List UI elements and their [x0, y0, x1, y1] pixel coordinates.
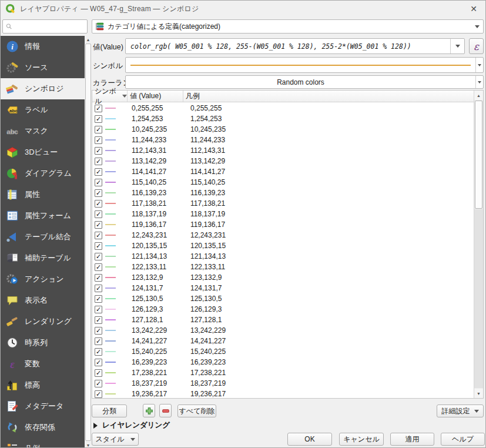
sidebar-item-legend[interactable]: 凡例	[1, 438, 85, 448]
renderer-select[interactable]: カテゴリ値による定義(categorized)	[92, 19, 484, 34]
ramp-dropdown-arrow[interactable]	[475, 76, 483, 88]
header-symbol[interactable]: シンボル	[92, 91, 128, 102]
layer-rendering-section[interactable]: レイヤレンダリング	[93, 420, 170, 430]
category-row[interactable]: ✓119,136,17119,136,17	[92, 219, 474, 230]
category-legend[interactable]: 113,142,29	[183, 157, 474, 165]
category-legend[interactable]: 13,242,229	[183, 326, 474, 335]
category-legend[interactable]: 114,141,27	[183, 168, 474, 176]
category-checkbox[interactable]: ✓	[95, 306, 102, 313]
category-legend[interactable]: 10,245,235	[183, 125, 474, 133]
category-row[interactable]: ✓118,137,19118,137,19	[92, 209, 474, 219]
sidebar-item-temporal[interactable]: 時系列	[1, 332, 85, 353]
ok-button[interactable]: OK	[287, 433, 332, 446]
sidebar-item-diagrams[interactable]: ダイアグラム	[1, 163, 85, 184]
category-legend[interactable]: 112,143,31	[183, 146, 474, 155]
category-row[interactable]: ✓123,132,9123,132,9	[92, 272, 474, 283]
category-line-symbol[interactable]	[105, 182, 116, 183]
category-checkbox[interactable]: ✓	[95, 179, 102, 186]
category-row[interactable]: ✓13,242,22913,242,229	[92, 325, 474, 336]
apply-button[interactable]: 適用	[390, 433, 434, 446]
category-line-symbol[interactable]	[105, 118, 116, 119]
category-checkbox[interactable]: ✓	[95, 168, 102, 176]
color-ramp-select[interactable]: Random colors	[125, 75, 484, 89]
sidebar-item-view3d[interactable]: 3Dビュー	[1, 142, 85, 163]
category-checkbox[interactable]: ✓	[95, 263, 102, 271]
category-row[interactable]: ✓113,142,29113,142,29	[92, 156, 474, 166]
category-line-symbol[interactable]	[105, 139, 116, 141]
category-line-symbol[interactable]	[105, 362, 116, 363]
renderer-dropdown-arrow[interactable]	[471, 20, 483, 33]
category-checkbox[interactable]: ✓	[95, 253, 102, 260]
category-checkbox[interactable]: ✓	[95, 380, 102, 387]
sidebar-scroll-thumb[interactable]	[85, 44, 91, 441]
category-checkbox[interactable]: ✓	[95, 274, 102, 282]
category-line-symbol[interactable]	[105, 129, 116, 130]
category-legend[interactable]: 1,254,253	[183, 115, 474, 123]
category-line-symbol[interactable]	[105, 235, 116, 236]
category-legend[interactable]: 18,237,219	[183, 379, 474, 387]
table-scroll-down-icon[interactable]: ▼	[474, 389, 483, 398]
category-checkbox[interactable]: ✓	[95, 285, 102, 292]
category-row[interactable]: ✓1,254,2531,254,253	[92, 113, 474, 124]
category-legend[interactable]: 115,140,25	[183, 178, 474, 186]
category-line-symbol[interactable]	[105, 224, 116, 225]
category-checkbox[interactable]: ✓	[95, 316, 102, 324]
category-line-symbol[interactable]	[105, 372, 116, 373]
category-line-symbol[interactable]	[105, 383, 116, 384]
category-row[interactable]: ✓121,134,13121,134,13	[92, 251, 474, 262]
category-row[interactable]: ✓126,129,3126,129,3	[92, 304, 474, 315]
delete-all-button[interactable]: すべて削除	[177, 404, 216, 417]
search-box[interactable]	[2, 19, 88, 34]
sidebar-item-variables[interactable]: ε変数	[1, 353, 85, 375]
category-row[interactable]: ✓115,140,25115,140,25	[92, 177, 474, 188]
add-category-button[interactable]	[143, 404, 155, 417]
category-legend[interactable]: 122,133,11	[183, 263, 474, 271]
category-row[interactable]: ✓122,133,11122,133,11	[92, 262, 474, 272]
category-line-symbol[interactable]	[105, 192, 116, 193]
category-checkbox[interactable]: ✓	[95, 147, 102, 155]
category-row[interactable]: ✓16,239,22316,239,223	[92, 357, 474, 367]
sidebar-item-display[interactable]: 表示名	[1, 290, 85, 311]
sidebar-item-info[interactable]: i情報	[1, 36, 85, 57]
category-legend[interactable]: 121,134,13	[183, 252, 474, 260]
category-line-symbol[interactable]	[105, 203, 116, 204]
header-value[interactable]: 値 (Value)	[128, 91, 183, 102]
sidebar-item-attr-form[interactable]: 属性フォーム	[1, 205, 85, 226]
sidebar-item-rendering[interactable]: レンダリング	[1, 311, 85, 332]
cancel-button[interactable]: キャンセル	[339, 433, 384, 446]
value-dropdown-arrow[interactable]	[450, 39, 464, 54]
category-row[interactable]: ✓17,238,22117,238,221	[92, 367, 474, 378]
category-checkbox[interactable]: ✓	[95, 189, 102, 197]
remove-category-button[interactable]	[159, 404, 172, 417]
category-checkbox[interactable]: ✓	[95, 359, 102, 366]
category-row[interactable]: ✓12,243,23112,243,231	[92, 230, 474, 240]
category-legend[interactable]: 117,138,21	[183, 199, 474, 208]
help-button[interactable]: ヘルプ	[441, 433, 485, 446]
category-checkbox[interactable]: ✓	[95, 337, 102, 345]
sidebar-item-mask[interactable]: abcマスク	[1, 121, 85, 142]
category-checkbox[interactable]: ✓	[95, 390, 102, 398]
sidebar-scrollbar[interactable]: ▲ ▼	[85, 36, 92, 448]
category-legend[interactable]: 16,239,223	[183, 358, 474, 366]
category-row[interactable]: ✓120,135,15120,135,15	[92, 240, 474, 251]
category-line-symbol[interactable]	[105, 298, 116, 299]
value-expression-combo[interactable]: color_rgb( W05_001 % 128, 255-(W05_001 %…	[125, 38, 465, 54]
category-legend[interactable]: 0,255,255	[183, 104, 474, 112]
category-legend[interactable]: 17,238,221	[183, 369, 474, 377]
category-checkbox[interactable]: ✓	[95, 126, 102, 133]
category-legend[interactable]: 124,131,7	[183, 284, 474, 292]
category-checkbox[interactable]: ✓	[95, 232, 102, 239]
category-row[interactable]: ✓125,130,5125,130,5	[92, 293, 474, 304]
category-line-symbol[interactable]	[105, 309, 116, 310]
symbol-dropdown-arrow[interactable]	[475, 58, 483, 72]
search-input[interactable]	[15, 22, 84, 31]
sidebar-item-symbology[interactable]: シンボロジ	[1, 78, 85, 99]
category-checkbox[interactable]: ✓	[95, 115, 102, 123]
category-line-symbol[interactable]	[105, 161, 116, 162]
category-legend[interactable]: 116,139,23	[183, 189, 474, 197]
category-row[interactable]: ✓14,241,22714,241,227	[92, 336, 474, 346]
category-checkbox[interactable]: ✓	[95, 136, 102, 144]
category-row[interactable]: ✓19,236,21719,236,217	[92, 389, 474, 398]
category-checkbox[interactable]: ✓	[95, 158, 102, 165]
category-line-symbol[interactable]	[105, 266, 116, 268]
